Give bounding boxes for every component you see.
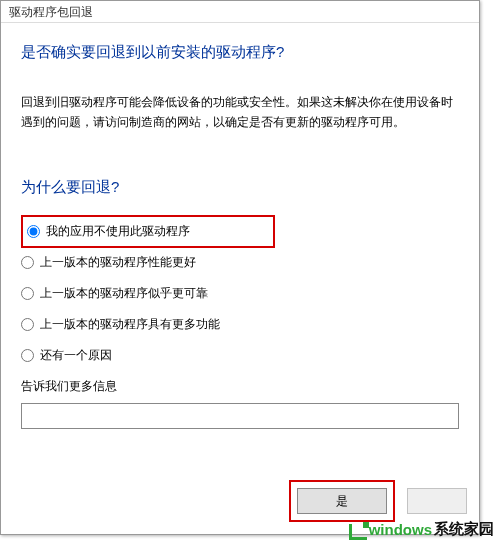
more-info-input[interactable]	[21, 403, 459, 429]
dialog-title-bar: 驱动程序包回退	[1, 1, 479, 23]
reason-radio-group: 我的应用不使用此驱动程序 上一版本的驱动程序性能更好 上一版本的驱动程序似乎更可…	[21, 215, 459, 364]
reason-option-other[interactable]: 还有一个原因	[21, 347, 459, 364]
dialog-content: 是否确实要回退到以前安装的驱动程序? 回退到旧驱动程序可能会降低设备的功能或安全…	[1, 23, 479, 439]
reason-option-more-reliable[interactable]: 上一版本的驱动程序似乎更可靠	[21, 285, 459, 302]
reason-label-1: 我的应用不使用此驱动程序	[46, 223, 190, 240]
more-info-label: 告诉我们更多信息	[21, 378, 459, 395]
yes-button[interactable]: 是	[297, 488, 387, 514]
reason-label-4: 上一版本的驱动程序具有更多功能	[40, 316, 220, 333]
reason-option-more-features[interactable]: 上一版本的驱动程序具有更多功能	[21, 316, 459, 333]
reason-radio-1[interactable]	[27, 225, 40, 238]
reason-question: 为什么要回退?	[21, 178, 459, 197]
reason-option-better-perf[interactable]: 上一版本的驱动程序性能更好	[21, 254, 459, 271]
reason-radio-2[interactable]	[21, 256, 34, 269]
reason-radio-5[interactable]	[21, 349, 34, 362]
dialog-button-row: 是	[289, 480, 467, 522]
reason-option-app-not-use[interactable]: 我的应用不使用此驱动程序	[21, 215, 275, 248]
reason-radio-3[interactable]	[21, 287, 34, 300]
yes-button-highlight: 是	[289, 480, 395, 522]
reason-label-5: 还有一个原因	[40, 347, 112, 364]
explanation-text: 回退到旧驱动程序可能会降低设备的功能或安全性。如果这未解决你在使用设备时遇到的问…	[21, 92, 459, 133]
reason-label-3: 上一版本的驱动程序似乎更可靠	[40, 285, 208, 302]
no-button[interactable]	[407, 488, 467, 514]
main-question: 是否确实要回退到以前安装的驱动程序?	[21, 43, 459, 62]
rollback-dialog: 驱动程序包回退 是否确实要回退到以前安装的驱动程序? 回退到旧驱动程序可能会降低…	[0, 0, 480, 535]
reason-label-2: 上一版本的驱动程序性能更好	[40, 254, 196, 271]
reason-radio-4[interactable]	[21, 318, 34, 331]
